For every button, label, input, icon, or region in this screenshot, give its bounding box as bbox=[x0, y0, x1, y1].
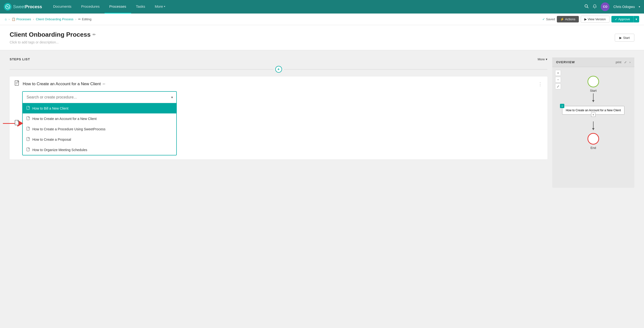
step-menu-button[interactable]: ⋮ bbox=[538, 81, 542, 87]
user-chevron-icon[interactable]: ▾ bbox=[639, 5, 640, 8]
fit-button[interactable]: ⤢ bbox=[555, 83, 561, 89]
overview-next-icon[interactable]: › bbox=[630, 61, 630, 64]
steps-more-button[interactable]: More ▾ bbox=[538, 57, 548, 61]
nav-tasks[interactable]: Tasks bbox=[131, 0, 150, 13]
overview-header: OVERVIEW print ⤢ › bbox=[552, 57, 634, 67]
steps-list-label: STEPS LIST bbox=[10, 57, 30, 61]
overview-controls: + − ⤢ bbox=[555, 70, 561, 89]
overview-expand-icon[interactable]: ⤢ bbox=[624, 61, 626, 64]
flow-start-label: Start bbox=[590, 89, 596, 92]
top-navigation: SweetProcess Documents Procedures Proces… bbox=[0, 0, 644, 13]
dropdown-item-4[interactable]: How to Organize Meeting Schedules bbox=[23, 145, 176, 155]
overview-actions: print ⤢ › bbox=[616, 61, 630, 64]
add-step-line: + bbox=[10, 66, 548, 73]
step-card-1: How to Create an Account for a New Clien… bbox=[10, 76, 548, 159]
play-icon: ▶ bbox=[584, 17, 587, 21]
search-procedure-input[interactable] bbox=[23, 92, 168, 103]
flow-info-badge: i bbox=[560, 104, 564, 108]
flow-process-label: How to Create an Account for a New Clien… bbox=[566, 109, 621, 112]
bell-icon[interactable] bbox=[592, 4, 597, 10]
chevron-down-steps-icon: ▾ bbox=[546, 57, 548, 61]
start-button[interactable]: ▶ Start bbox=[615, 33, 634, 41]
chevron-down-icon: ▾ bbox=[164, 5, 165, 8]
search-dropdown: ▾ How to Bill a New Client bbox=[22, 91, 177, 155]
toolbar-actions: ✓ Saved ⚡ Actions ▶ View Version ✓ Appro… bbox=[542, 16, 639, 23]
overview-title: OVERVIEW bbox=[556, 60, 616, 64]
steps-area: STEPS LIST More ▾ + bbox=[0, 50, 644, 195]
flowchart: Start i How to Create an Account for a N… bbox=[562, 71, 624, 150]
play-start-icon: ▶ bbox=[619, 36, 622, 39]
dropdown-item-3[interactable]: How to Create a Proposal bbox=[23, 134, 176, 145]
dropdown-item-1[interactable]: How to Create an Account for a New Clien… bbox=[23, 113, 176, 124]
search-icon[interactable] bbox=[584, 4, 589, 10]
overview-print[interactable]: print bbox=[616, 61, 621, 64]
check-icon: ✓ bbox=[542, 17, 545, 21]
approve-button-group: ✓ Approve ▾ bbox=[612, 16, 639, 22]
main-content: Client Onboarding Process ✏ Click to add… bbox=[0, 25, 644, 328]
step-title: How to Create an Account for a New Clien… bbox=[23, 82, 106, 86]
process-title-edit-icon[interactable]: ✏ bbox=[92, 32, 96, 37]
approve-button[interactable]: ✓ Approve bbox=[612, 16, 634, 22]
view-version-button[interactable]: ▶ View Version bbox=[581, 16, 610, 23]
logo-icon bbox=[4, 3, 12, 11]
doc-icon-1 bbox=[26, 116, 30, 121]
logo-text: SweetProcess bbox=[13, 4, 42, 9]
lightning-icon: ⚡ bbox=[560, 17, 564, 21]
user-name: Chris Odogwu bbox=[613, 5, 635, 9]
approve-dropdown-button[interactable]: ▾ bbox=[634, 16, 639, 22]
flow-start-node bbox=[588, 76, 599, 87]
overview-body: + − ⤢ Start i bbox=[552, 67, 634, 188]
flow-end-label: End bbox=[590, 146, 596, 150]
dropdown-item-2[interactable]: How to Create a Procedure Using SweetPro… bbox=[23, 124, 176, 134]
app-logo[interactable]: SweetProcess bbox=[4, 3, 42, 11]
avatar: CO bbox=[601, 2, 610, 11]
steps-panel: STEPS LIST More ▾ + bbox=[10, 57, 548, 188]
doc-icon-4 bbox=[26, 147, 30, 152]
processes-icon: 📋 bbox=[12, 17, 16, 21]
zoom-in-button[interactable]: + bbox=[555, 70, 561, 76]
process-subtitle[interactable]: Click to add tags or description... bbox=[10, 40, 634, 44]
doc-icon-3 bbox=[26, 137, 30, 142]
flow-end-node bbox=[588, 133, 599, 145]
nav-processes[interactable]: Processes bbox=[104, 0, 131, 13]
breadcrumb-home[interactable]: ⌂ bbox=[5, 17, 7, 21]
zoom-out-button[interactable]: − bbox=[555, 77, 561, 82]
breadcrumb-process-name[interactable]: Client Onboarding Process bbox=[36, 17, 74, 21]
doc-icon-0 bbox=[26, 106, 30, 110]
svg-line-2 bbox=[587, 7, 588, 8]
overview-panel: OVERVIEW print ⤢ › + − ⤢ bbox=[552, 57, 634, 188]
breadcrumb-bar: ⌂ › 📋 Processes › Client Onboarding Proc… bbox=[0, 13, 644, 25]
breadcrumb-editing: ✏ Editing bbox=[78, 17, 92, 21]
saved-status: ✓ Saved bbox=[542, 17, 555, 21]
flow-arrow-1 bbox=[593, 93, 594, 102]
steps-header: STEPS LIST More ▾ bbox=[10, 57, 548, 61]
dropdown-item-0[interactable]: How to Bill a New Client bbox=[23, 103, 176, 113]
search-dropdown-wrapper: ▾ How to Bill a New Client bbox=[22, 91, 542, 155]
actions-button[interactable]: ⚡ Actions bbox=[557, 16, 579, 22]
flow-process-node[interactable]: i How to Create an Account for a New Cli… bbox=[562, 106, 624, 115]
red-arrow bbox=[3, 120, 23, 127]
process-header: Client Onboarding Process ✏ Click to add… bbox=[0, 25, 644, 50]
edit-icon: ✏ bbox=[78, 17, 81, 21]
nav-procedures[interactable]: Procedures bbox=[76, 0, 104, 13]
search-chevron-icon[interactable]: ▾ bbox=[168, 95, 176, 99]
process-title: Client Onboarding Process ✏ bbox=[10, 31, 634, 38]
dropdown-list: How to Bill a New Client How to Create a bbox=[23, 103, 176, 155]
flow-arrow-2 bbox=[593, 121, 594, 130]
step-doc-icon bbox=[14, 80, 20, 87]
nav-right: CO Chris Odogwu ▾ bbox=[584, 2, 640, 11]
nav-more[interactable]: More ▾ bbox=[150, 0, 170, 13]
home-icon: ⌂ bbox=[5, 17, 7, 21]
breadcrumb-processes[interactable]: 📋 Processes bbox=[12, 17, 31, 21]
step-edit-icon[interactable]: ✏ bbox=[102, 82, 106, 86]
nav-documents[interactable]: Documents bbox=[48, 0, 76, 13]
check-approve-icon: ✓ bbox=[615, 17, 618, 21]
add-step-button[interactable]: + bbox=[275, 66, 282, 73]
nav-items: Documents Procedures Processes Tasks Mor… bbox=[48, 0, 584, 13]
doc-icon-2 bbox=[26, 127, 30, 131]
flow-expand-button[interactable]: + bbox=[591, 112, 596, 117]
